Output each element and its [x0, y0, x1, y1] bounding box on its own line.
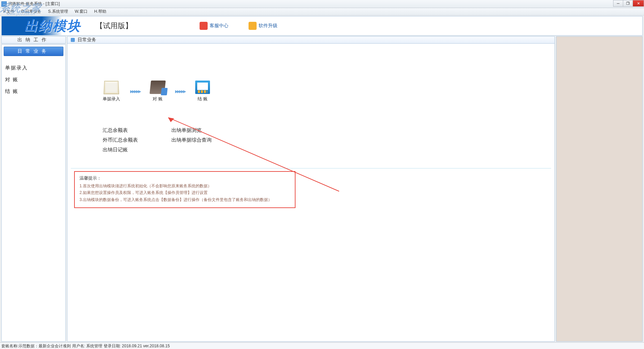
content-header-title: 日常业务	[77, 37, 96, 43]
content: 日常业务 单据录入 ▸▸▸▸▸ 对 账 ▸▸▸▸▸ 结 账	[67, 36, 555, 342]
sidebar-header: 出纳工作	[1, 36, 66, 44]
arrow-icon: ▸▸▸▸▸	[175, 88, 185, 95]
status-bar: 套账名称:示范数据：最新企业会计准则 用户名: 系统管理 登录日期: 2018.…	[0, 342, 644, 349]
content-header: 日常业务	[67, 36, 555, 44]
banner-logo: 出纳模块	[2, 16, 86, 36]
hints-line3: 3.出纳模块的数据备份，可进入账务系统点击【数据备份】进行操作（备份文件里包含了…	[79, 196, 290, 203]
software-upgrade-label: 软件升级	[259, 23, 277, 29]
report-voucher-browse[interactable]: 出纳单据浏览	[171, 126, 212, 135]
menu-system[interactable]: S.系统管理	[46, 8, 70, 15]
sidebar-item-closing[interactable]: 结 账	[4, 86, 63, 97]
report-cashier-journal[interactable]: 出纳日记账	[103, 145, 138, 155]
hints-title: 温馨提示：	[79, 175, 290, 181]
reports-col2: 出纳单据浏览 出纳单据综合查询	[171, 126, 212, 155]
report-foreign-balance[interactable]: 外币汇总余额表	[103, 135, 138, 145]
sidebar-item-reconcile[interactable]: 对 账	[4, 74, 63, 86]
support-icon	[200, 22, 208, 30]
content-body: 单据录入 ▸▸▸▸▸ 对 账 ▸▸▸▸▸ 结 账 汇总余额表 外币汇总余额表	[67, 44, 555, 342]
sidebar-body: 日常业务 单据录入 对 账 结 账	[1, 44, 66, 342]
title-bar: 润衡软件-账务系统 - [主窗口] ─ ❐ ✕	[0, 0, 644, 8]
right-panel	[556, 36, 643, 342]
building-icon	[195, 81, 210, 94]
banner-version: 【试用版】	[96, 21, 132, 31]
workflow-label-reconcile: 对 账	[153, 96, 163, 102]
content-header-icon	[71, 38, 75, 42]
workflow-step-closing[interactable]: 结 账	[195, 81, 210, 102]
workflow-step-reconcile[interactable]: 对 账	[150, 81, 165, 102]
menu-daily[interactable]: D.日常业务	[19, 8, 43, 15]
svg-marker-1	[168, 117, 174, 122]
workflow-row: 单据录入 ▸▸▸▸▸ 对 账 ▸▸▸▸▸ 结 账	[103, 81, 551, 102]
reports-col1: 汇总余额表 外币汇总余额表 出纳日记账	[103, 126, 138, 155]
report-balance-summary[interactable]: 汇总余额表	[103, 126, 138, 135]
app-icon	[1, 1, 7, 7]
workflow-label-closing: 结 账	[198, 96, 208, 102]
sidebar-item-entry[interactable]: 单据录入	[4, 62, 63, 74]
menu-window[interactable]: W.窗口	[73, 8, 90, 15]
menu-bar: F.文件 D.日常业务 S.系统管理 W.窗口 H.帮助	[0, 8, 644, 15]
banner: 出纳模块 【试用版】 客服中心 软件升级	[1, 16, 643, 36]
main-area: 出纳工作 日常业务 单据录入 对 账 结 账 日常业务 单据录入 ▸▸▸▸▸	[1, 36, 643, 342]
hints-box: 温馨提示： 1.首次使用出纳模块须进行系统初始化（不会影响您原来账务系统的数据）…	[74, 171, 296, 208]
close-button[interactable]: ✕	[633, 0, 644, 7]
arrow-icon: ▸▸▸▸▸	[130, 88, 140, 95]
menu-help[interactable]: H.帮助	[92, 8, 108, 15]
upgrade-icon	[249, 22, 257, 30]
hints-line2: 2.如果您想设置操作员及权限，可进入账务系统【操作员管理】进行设置	[79, 189, 290, 196]
menu-file[interactable]: F.文件	[1, 8, 16, 15]
window-controls: ─ ❐ ✕	[613, 0, 644, 7]
ledger-icon	[150, 81, 166, 94]
sidebar-active-daily[interactable]: 日常业务	[4, 47, 63, 56]
report-voucher-query[interactable]: 出纳单据综合查询	[171, 135, 212, 145]
sidebar: 出纳工作 日常业务 单据录入 对 账 结 账	[1, 36, 66, 342]
reports-section: 汇总余额表 外币汇总余额表 出纳日记账 出纳单据浏览 出纳单据综合查询	[103, 126, 551, 155]
hints-line1: 1.首次使用出纳模块须进行系统初始化（不会影响您原来账务系统的数据）	[79, 183, 290, 189]
workflow-step-entry[interactable]: 单据录入	[103, 81, 120, 102]
customer-service-label: 客服中心	[210, 23, 228, 29]
maximize-button[interactable]: ❐	[623, 0, 633, 7]
software-upgrade-link[interactable]: 软件升级	[249, 22, 277, 30]
workflow-label-entry: 单据录入	[103, 96, 120, 102]
document-icon	[104, 81, 119, 94]
customer-service-link[interactable]: 客服中心	[200, 22, 228, 30]
window-title: 润衡软件-账务系统 - [主窗口]	[8, 1, 60, 7]
divider	[71, 168, 551, 168]
minimize-button[interactable]: ─	[613, 0, 623, 7]
